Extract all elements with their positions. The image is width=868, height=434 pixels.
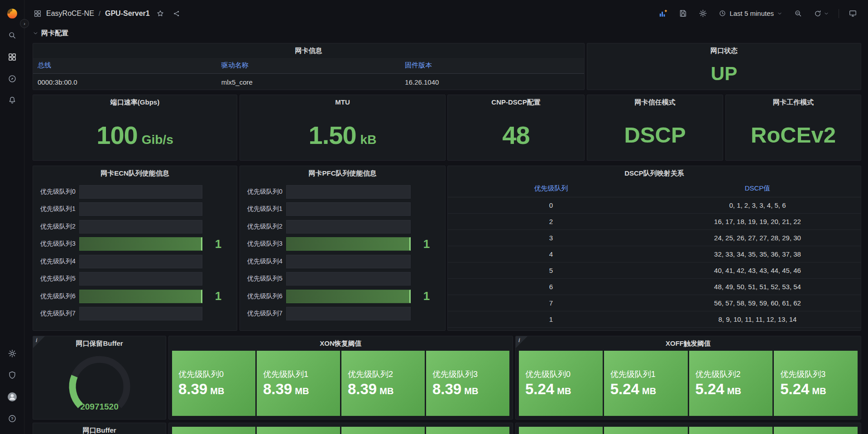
panel-title[interactable]: 网卡工作模式 bbox=[726, 95, 861, 110]
share-icon bbox=[173, 10, 181, 18]
column-header-dscp-value[interactable]: DSCP值 bbox=[654, 181, 861, 197]
stat-tile: 优先级队列3 8.39MB bbox=[426, 351, 509, 416]
sidebar-item-admin[interactable] bbox=[2, 365, 22, 385]
bar-row: 优先级队列2 bbox=[40, 218, 234, 235]
cell-firmware: 16.26.1040 bbox=[400, 73, 584, 90]
bar-row: 优先级队列5 bbox=[247, 270, 442, 287]
stat-value: RoCEv2 bbox=[751, 122, 836, 148]
table-row: 432, 33, 34, 35, 35, 36, 37, 38 bbox=[448, 246, 861, 262]
dashboard-settings-button[interactable] bbox=[697, 7, 709, 19]
cell-dscp: 40, 41, 42, 43, 43, 44, 45, 46 bbox=[654, 262, 861, 278]
cell-queue: 6 bbox=[448, 278, 654, 295]
user-avatar[interactable] bbox=[2, 387, 22, 407]
cell-driver: mlx5_core bbox=[217, 73, 401, 90]
add-panel-button[interactable] bbox=[657, 7, 669, 20]
bar-label: 优先级队列7 bbox=[247, 310, 286, 318]
row-header-nic-config[interactable]: 网卡配置 bbox=[33, 29, 68, 38]
xoff-tiles: 优先级队列0 5.24MB 优先级队列1 5.24MB 优先级队列2 5.24M… bbox=[516, 351, 861, 419]
breadcrumb-app[interactable]: EasyRoCE-NE bbox=[46, 10, 94, 18]
bar-label: 优先级队列2 bbox=[40, 223, 79, 231]
bar-track bbox=[286, 307, 411, 320]
bar-track bbox=[286, 202, 411, 216]
stat-unit: Gib/s bbox=[142, 133, 173, 147]
table-row: 756, 57, 58, 59, 59, 60, 61, 62 bbox=[448, 295, 861, 311]
help-icon: ? bbox=[8, 414, 17, 423]
column-header-priority-queue[interactable]: 优先级队列 bbox=[448, 181, 654, 197]
panel-cnp-dscp: CNP-DSCP配置 48 bbox=[447, 95, 585, 161]
toolbar-divider bbox=[839, 9, 839, 18]
zoom-out-time-button[interactable] bbox=[792, 7, 804, 19]
grafana-logo[interactable] bbox=[2, 4, 22, 24]
column-header-bus[interactable]: 总线 bbox=[33, 58, 217, 73]
panel-title[interactable]: 端口速率(Gbps) bbox=[33, 95, 237, 110]
bar-row: 优先级队列31 bbox=[247, 235, 442, 253]
zoom-out-icon bbox=[794, 9, 802, 18]
sidebar-expand-button[interactable]: › bbox=[20, 19, 29, 28]
sidebar-item-explore[interactable] bbox=[2, 69, 22, 89]
cycle-view-mode-button[interactable] bbox=[847, 7, 859, 19]
tile-label: 优先级队列0 bbox=[178, 369, 255, 380]
panel-title[interactable]: 网口状态 bbox=[587, 43, 861, 58]
panel-title[interactable]: MTU bbox=[240, 95, 445, 110]
cell-queue: 0 bbox=[448, 197, 654, 213]
toolbar: Last 5 minutes bbox=[657, 7, 859, 20]
bar-row: 优先级队列7 bbox=[40, 305, 234, 322]
breadcrumb-separator: / bbox=[99, 10, 101, 17]
cell-bus: 0000:3b:00.0 bbox=[33, 73, 217, 90]
bar-track bbox=[79, 220, 202, 234]
tile-value: 8.39 bbox=[263, 381, 292, 398]
stat-value: DSCP bbox=[624, 122, 686, 148]
bar-row: 优先级队列5 bbox=[40, 270, 234, 287]
partial-tile bbox=[426, 427, 509, 434]
tile-label: 优先级队列3 bbox=[432, 369, 509, 380]
star-dashboard-button[interactable] bbox=[154, 8, 166, 19]
search-icon[interactable] bbox=[2, 25, 22, 45]
column-header-driver[interactable]: 驱动名称 bbox=[217, 58, 401, 73]
panel-title[interactable]: DSCP队列映射关系 bbox=[448, 166, 861, 181]
table-row: 0000:3b:00.0 mlx5_core 16.26.1040 bbox=[33, 73, 584, 90]
bar-label: 优先级队列1 bbox=[247, 205, 286, 213]
sidebar-item-configuration[interactable] bbox=[2, 343, 22, 363]
save-dashboard-button[interactable] bbox=[677, 7, 689, 19]
tile-value: 8.39 bbox=[178, 381, 207, 398]
panel-title[interactable]: CNP-DSCP配置 bbox=[448, 95, 584, 110]
info-icon: i bbox=[36, 337, 37, 343]
time-range-picker[interactable]: Last 5 minutes bbox=[717, 8, 784, 19]
panel-title[interactable]: 网卡PFC队列使能信息 bbox=[240, 166, 445, 181]
page-header: EasyRoCE-NE / GPU-Server1 bbox=[24, 0, 868, 27]
column-header-firmware[interactable]: 固件版本 bbox=[400, 58, 584, 73]
bar-label: 优先级队列5 bbox=[247, 275, 286, 283]
chevron-down-icon bbox=[777, 11, 782, 16]
stat-tile: 优先级队列1 5.24MB bbox=[604, 351, 688, 416]
partial-tile bbox=[341, 427, 425, 434]
bar-track bbox=[286, 290, 411, 303]
panel-title[interactable]: 网口保留Buffer bbox=[33, 336, 166, 351]
panel-title[interactable]: 网卡信任模式 bbox=[587, 95, 723, 110]
bar-label: 优先级队列2 bbox=[247, 223, 286, 231]
panel-ecn-queues: 网卡ECN队列使能信息 优先级队列0 优先级队列1 优先级队列2 优先级队列31… bbox=[33, 166, 237, 331]
dscp-table: 优先级队列 DSCP值 00, 1, 2, 3, 3, 4, 5, 6 216,… bbox=[448, 181, 861, 328]
sidebar-item-alerting[interactable] bbox=[2, 91, 22, 110]
share-dashboard-button[interactable] bbox=[171, 8, 182, 19]
bar-label: 优先级队列0 bbox=[40, 188, 79, 196]
panel-title[interactable]: 网卡信息 bbox=[33, 43, 584, 58]
bar-row: 优先级队列1 bbox=[40, 200, 234, 218]
partial-tile bbox=[172, 427, 255, 434]
sidebar-item-help[interactable]: ? bbox=[2, 409, 22, 429]
add-panel-icon bbox=[658, 9, 667, 18]
bar-row: 优先级队列31 bbox=[40, 235, 234, 253]
bar-row: 优先级队列0 bbox=[247, 183, 442, 200]
bar-row: 优先级队列61 bbox=[247, 288, 442, 305]
panel-port-buffer: 网口Buffer bbox=[33, 423, 166, 434]
panel-title[interactable]: XOFF触发阈值 bbox=[516, 336, 861, 351]
breadcrumb-page[interactable]: GPU-Server1 bbox=[105, 10, 150, 18]
refresh-dashboard-button[interactable] bbox=[812, 8, 831, 19]
bar-track bbox=[79, 202, 202, 216]
sidebar-item-dashboards[interactable] bbox=[2, 47, 22, 67]
panel-title[interactable]: 网卡ECN队列使能信息 bbox=[33, 166, 237, 181]
panel-title[interactable]: 网口Buffer bbox=[33, 423, 166, 434]
chevron-down-icon bbox=[824, 11, 829, 16]
sidebar: ? bbox=[0, 0, 24, 434]
stat-tile: 优先级队列3 5.24MB bbox=[774, 351, 858, 416]
panel-title[interactable]: XON恢复阈值 bbox=[169, 336, 513, 351]
